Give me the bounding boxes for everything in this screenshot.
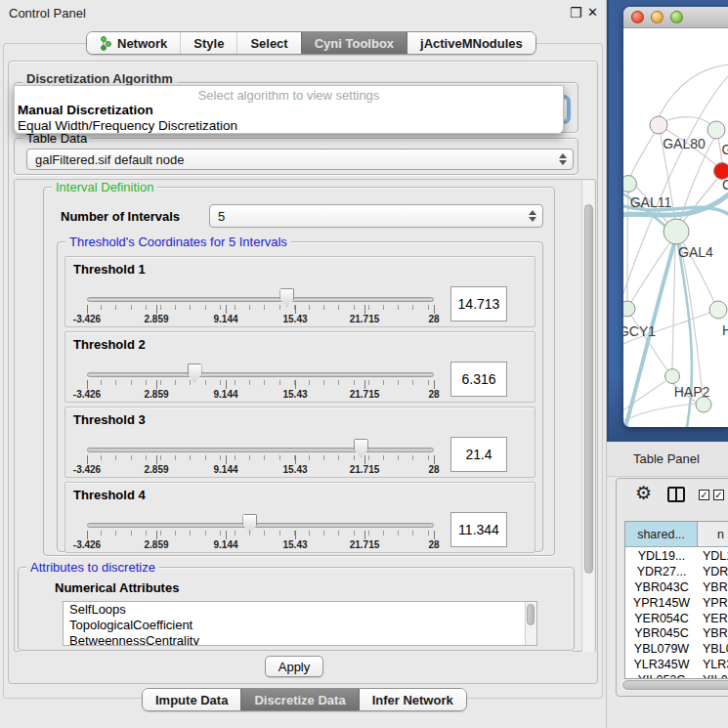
network-node[interactable] (696, 397, 711, 412)
list-item[interactable]: BetweennessCentrality (64, 633, 536, 646)
table-cell[interactable]: YBL079W (625, 642, 698, 656)
float-window-icon[interactable]: ❒ (570, 5, 582, 21)
vertical-scrollbar[interactable] (581, 181, 594, 652)
algorithm-dropdown-popup: Select algorithm to view settings Manual… (14, 85, 564, 134)
network-node-label: GAL4 (678, 244, 713, 260)
attributes-list-scrollbar[interactable] (525, 602, 536, 645)
numerical-attributes-label: Numerical Attributes (55, 580, 179, 595)
checkbox-icon[interactable]: ✓ (713, 490, 724, 500)
table-data-combobox[interactable]: galFiltered.sif default node (26, 149, 574, 170)
table-row[interactable]: YER054CYER0 (625, 611, 728, 626)
tab-cyni-toolbox-label: Cyni Toolbox (315, 36, 394, 51)
table-row[interactable]: YLR345WYLR3 (625, 657, 728, 672)
bottom-tab-bar: Impute Data Discretize Data Infer Networ… (142, 688, 467, 711)
table-cell[interactable]: YDR27... (625, 565, 698, 578)
table-row[interactable]: YBR045CYBR0 (625, 625, 728, 641)
table-row[interactable]: YBL079WYBL0 (625, 641, 728, 657)
network-node-label: GAL80 (663, 136, 706, 151)
threshold-1-value-field[interactable]: 14.713 (450, 286, 507, 321)
algorithm-placeholder-option[interactable]: Select algorithm to view settings (15, 86, 563, 103)
table-cell[interactable]: YBR0 (698, 580, 728, 594)
table-cell[interactable]: YDL1 (698, 549, 728, 563)
table-rows: YDL19...YDL1YDR27...YDR2YBR043CYBR0YPR14… (625, 548, 728, 679)
table-cell[interactable]: YPR145W (625, 596, 698, 610)
network-node[interactable] (664, 219, 689, 244)
table-cell[interactable]: YBR043C (625, 580, 698, 594)
tab-style-label: Style (193, 36, 224, 51)
column-header-shared-name[interactable]: shared... (625, 522, 698, 546)
network-node[interactable] (709, 301, 727, 319)
network-node[interactable] (650, 116, 667, 134)
network-node[interactable] (623, 301, 635, 317)
threshold-2-panel: Threshold 2 -3.4262.8599.14415.4321.7152… (64, 331, 535, 403)
tab-select[interactable]: Select (236, 32, 300, 54)
zoom-traffic-light-icon[interactable] (670, 11, 683, 23)
table-cell[interactable]: YDR2 (698, 565, 728, 578)
network-node[interactable] (665, 369, 680, 384)
table-cell[interactable]: YLR3 (698, 658, 728, 671)
tab-impute-data-label: Impute Data (155, 693, 228, 707)
apply-button[interactable]: Apply (265, 656, 323, 677)
tab-discretize-data[interactable]: Discretize Data (240, 689, 358, 710)
table-cell[interactable]: YDL19... (625, 549, 698, 563)
tab-select-label: Select (250, 36, 287, 51)
close-window-icon[interactable]: ✕ (587, 5, 598, 20)
threshold-2-value-field[interactable]: 6.316 (450, 362, 507, 397)
list-item[interactable]: SelfLoops (64, 602, 536, 618)
table-row[interactable]: YPR145WYPR1 (625, 595, 728, 611)
tick-label: -3.426 (73, 464, 101, 475)
network-node[interactable] (623, 176, 637, 193)
checkbox-icon[interactable]: ✓ (699, 490, 709, 500)
table-panel-header: Table Panel (607, 442, 728, 477)
tab-impute-data[interactable]: Impute Data (143, 689, 240, 710)
table-cell[interactable]: YBR045C (625, 626, 698, 640)
numerical-attributes-list[interactable]: SelfLoopsTopologicalCoefficientBetweenne… (63, 601, 537, 646)
tab-network[interactable]: Network (87, 32, 180, 54)
network-edge (623, 74, 728, 293)
table-cell[interactable]: YER054C (625, 612, 698, 625)
list-item[interactable]: TopologicalCoefficient (64, 618, 536, 633)
tab-cyni-toolbox[interactable]: Cyni Toolbox (301, 32, 407, 54)
network-node[interactable] (707, 121, 725, 139)
tick-label: 21.715 (350, 389, 380, 400)
table-row[interactable]: YDL19...YDL1 (625, 548, 728, 564)
tab-jactivemnodules[interactable]: jActiveMNodules (407, 32, 535, 54)
vertical-scrollbar-thumb[interactable] (584, 204, 593, 574)
column-header-name[interactable]: n (698, 522, 728, 546)
tab-infer-network[interactable]: Infer Network (359, 689, 466, 710)
option-manual-discretization[interactable]: Manual Discretization (15, 103, 563, 118)
threshold-2-label: Threshold 2 (73, 337, 146, 352)
option-equal-width-frequency[interactable]: Equal Width/Frequency Discretization (15, 118, 563, 134)
tick-label: 28 (428, 464, 439, 475)
tick-label: 28 (428, 539, 439, 550)
network-canvas[interactable]: GAL80GCGAL11GAL4GCY1HHAP2 (623, 28, 728, 427)
minimize-traffic-light-icon[interactable] (651, 11, 664, 23)
split-columns-icon[interactable] (667, 487, 685, 502)
table-cell[interactable]: YER0 (698, 612, 728, 625)
threshold-1-panel: Threshold 1 -3.4262.8599.14415.4321.7152… (64, 256, 535, 327)
threshold-2-slider-track[interactable] (87, 372, 434, 377)
tab-style[interactable]: Style (180, 32, 236, 54)
tick-label: 2.859 (144, 314, 168, 324)
horizontal-scrollbar[interactable] (621, 679, 728, 691)
tick-label: 15.43 (282, 464, 307, 475)
threshold-4-value-field[interactable]: 11.344 (450, 512, 507, 547)
table-cell[interactable]: YBR0 (698, 626, 728, 640)
threshold-3-slider-track[interactable] (87, 448, 434, 452)
horizontal-scrollbar-thumb[interactable] (622, 680, 728, 690)
table-row[interactable]: YBR043CYBR0 (625, 579, 728, 595)
threshold-4-slider-track[interactable] (87, 523, 434, 528)
table-cell[interactable]: YLR345W (625, 658, 698, 671)
network-window-titlebar[interactable] (623, 7, 728, 28)
threshold-1-slider-track[interactable] (87, 297, 434, 302)
interval-definition-label: Interval Definition (52, 180, 157, 194)
table-cell[interactable]: YPR1 (698, 596, 728, 610)
table-cell[interactable]: YBL0 (698, 642, 728, 656)
threshold-3-value-field[interactable]: 21.4 (450, 437, 507, 472)
table-row[interactable]: YIL052CYIL0 (625, 672, 728, 679)
close-traffic-light-icon[interactable] (631, 11, 644, 23)
number-of-intervals-combobox[interactable]: 5 (209, 204, 543, 228)
gear-icon[interactable]: ⚙ (635, 484, 652, 503)
table-row[interactable]: YDR27...YDR2 (625, 564, 728, 579)
attributes-list-scrollbar-thumb[interactable] (527, 604, 535, 625)
